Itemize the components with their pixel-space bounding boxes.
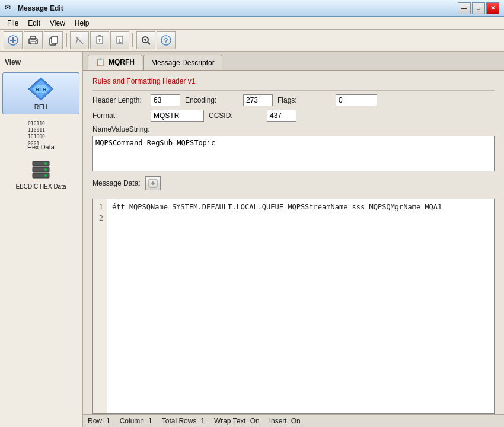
cut-button[interactable] <box>70 31 89 49</box>
line-numbers: 1 2 <box>93 199 107 413</box>
format-label: Format: <box>92 111 146 120</box>
toolbar-separator-1 <box>66 33 67 47</box>
nav-item-rfh[interactable]: RFH RFH <box>2 72 79 114</box>
help-button[interactable]: ? <box>157 31 176 49</box>
tab-message-descriptor-label: Message Descriptor <box>151 59 215 67</box>
toolbar-separator-2 <box>132 33 133 47</box>
ccsid-input[interactable] <box>267 110 296 122</box>
svg-point-31 <box>44 162 47 165</box>
new-button[interactable] <box>4 31 23 49</box>
paste-in-button[interactable] <box>110 31 129 49</box>
nvs-label: NameValueString: <box>92 125 495 133</box>
status-insert: Insert=On <box>269 417 301 425</box>
line-num-1: 1 <box>97 202 103 213</box>
nav-item-hex-label: Hex Data <box>27 144 55 151</box>
tab-message-descriptor[interactable]: Message Descriptor <box>143 55 222 70</box>
mqrfh-tab-icon: 📋 <box>95 58 105 66</box>
svg-point-32 <box>44 168 47 171</box>
msg-data-label: Message Data: <box>92 179 141 187</box>
svg-point-6 <box>36 40 37 41</box>
svg-text:?: ? <box>164 37 168 45</box>
tab-mqrfh[interactable]: 📋 MQRFH <box>88 55 142 70</box>
rfh-icon: RFH <box>26 77 56 101</box>
status-total-rows: Total Rows=1 <box>162 417 205 425</box>
divider <box>92 90 495 91</box>
svg-rect-5 <box>31 42 36 44</box>
ccsid-label: CCSID: <box>209 111 262 120</box>
code-line-1: étt MQPSQName SYSTEM.DEFAULT.LOCAL.QUEUE… <box>112 202 489 213</box>
menu-edit[interactable]: Edit <box>23 18 45 28</box>
code-area[interactable]: 1 2 étt MQPSQName SYSTEM.DEFAULT.LOCAL.Q… <box>92 199 495 414</box>
status-column: Column=1 <box>120 417 152 425</box>
hex-data-icon: 0101101100111010000001 <box>28 120 54 142</box>
svg-text:RFH: RFH <box>36 87 47 93</box>
line-num-2: 2 <box>97 213 103 224</box>
form-subtitle: Rules and Formatting Header v1 <box>92 77 495 85</box>
flags-label: Flags: <box>277 96 331 104</box>
msg-data-button[interactable] <box>145 176 161 190</box>
left-panel: View RFH RFH 0101101100111010000001 Hex … <box>0 52 83 427</box>
svg-point-33 <box>44 174 47 177</box>
status-bar: Row=1 Column=1 Total Rows=1 Wrap Text=On… <box>83 414 504 427</box>
msg-data-icon <box>148 178 158 189</box>
toolbar: ? <box>0 30 504 52</box>
tab-mqrfh-label: MQRFH <box>109 58 135 66</box>
search-button[interactable] <box>136 31 155 49</box>
header-length-label: Header Length: <box>92 96 146 104</box>
print-button[interactable] <box>24 31 43 49</box>
right-panel: 📋 MQRFH Message Descriptor Rules and For… <box>83 52 504 427</box>
title-text: Message Edit <box>18 4 458 12</box>
menu-help[interactable]: Help <box>70 18 94 28</box>
code-content[interactable]: étt MQPSQName SYSTEM.DEFAULT.LOCAL.QUEUE… <box>107 199 494 413</box>
maximize-button[interactable]: □ <box>472 2 485 14</box>
svg-rect-4 <box>31 36 36 39</box>
header-length-input[interactable] <box>151 94 180 106</box>
format-input[interactable] <box>151 110 204 122</box>
msg-data-header: Message Data: <box>92 176 495 190</box>
nav-item-ebcdic-label: EBCDIC HEX Data <box>15 183 66 190</box>
main-content: View RFH RFH 0101101100111010000001 Hex … <box>0 52 504 427</box>
panel-header: View <box>2 57 79 68</box>
status-row: Row=1 <box>88 417 110 425</box>
svg-line-19 <box>148 42 150 44</box>
nav-item-ebcdic[interactable]: EBCDIC HEX Data <box>2 157 79 193</box>
status-wrap-text: Wrap Text=On <box>214 417 260 425</box>
form-row-2: Format: CCSID: <box>92 110 495 122</box>
minimize-button[interactable]: — <box>458 2 471 14</box>
close-button[interactable]: ✕ <box>486 2 499 14</box>
form-row-1: Header Length: Encoding: Flags: <box>92 94 495 106</box>
nvs-box[interactable]: MQPSCommand RegSub MQPSTopic <box>92 136 495 171</box>
menu-bar: File Edit View Help <box>0 17 504 30</box>
nav-item-rfh-label: RFH <box>34 103 48 110</box>
menu-file[interactable]: File <box>2 18 23 28</box>
nav-item-hex-data[interactable]: 0101101100111010000001 Hex Data <box>2 117 79 154</box>
code-area-container: 1 2 étt MQPSQName SYSTEM.DEFAULT.LOCAL.Q… <box>83 199 504 414</box>
encoding-input[interactable] <box>243 94 273 106</box>
svg-rect-8 <box>52 36 58 43</box>
tab-bar: 📋 MQRFH Message Descriptor <box>83 52 504 71</box>
flags-input[interactable] <box>336 94 377 106</box>
form-area: Rules and Formatting Header v1 Header Le… <box>83 71 504 199</box>
encoding-label: Encoding: <box>185 96 238 104</box>
title-controls: — □ ✕ <box>458 2 499 14</box>
copy-button[interactable] <box>44 31 63 49</box>
ebcdic-icon <box>28 160 54 181</box>
paste-out-button[interactable] <box>90 31 109 49</box>
menu-view[interactable]: View <box>45 18 70 28</box>
app-icon: ✉ <box>5 4 14 13</box>
title-bar: ✉ Message Edit — □ ✕ <box>0 0 504 17</box>
